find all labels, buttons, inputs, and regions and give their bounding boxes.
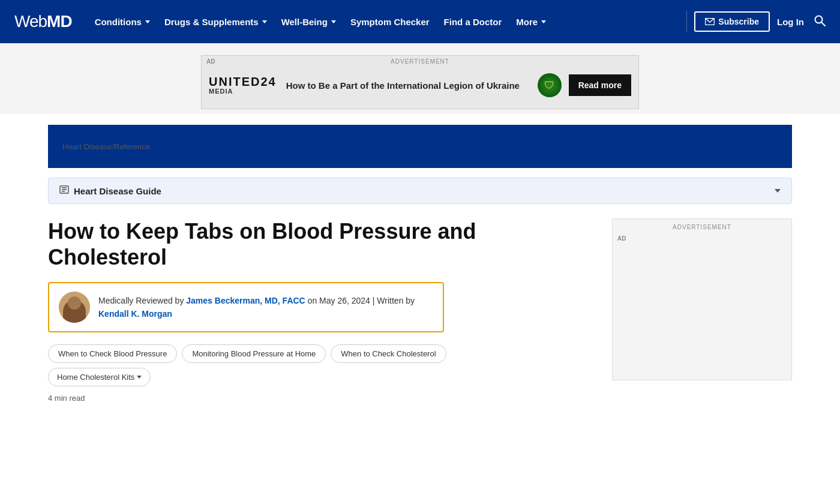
author-avatar xyxy=(59,292,90,323)
nav-symptom-checker[interactable]: Symptom Checker xyxy=(344,12,436,32)
topic-tags: When to Check Blood Pressure Monitoring … xyxy=(48,344,522,386)
nav-divider xyxy=(686,11,687,32)
login-button[interactable]: Log In xyxy=(777,17,804,27)
ad-logo-text: UNITED24 xyxy=(209,76,277,88)
tag-check-cholesterol[interactable]: When to Check Cholesterol xyxy=(331,344,446,363)
nav-actions: Subscribe Log In xyxy=(694,11,826,32)
read-time: 4 min read xyxy=(48,394,593,403)
review-date-text: on May 26, 2024 xyxy=(308,296,370,305)
read-more-button[interactable]: Read more xyxy=(569,74,631,96)
ad-body: How to Be a Part of the International Le… xyxy=(286,79,530,92)
search-icon[interactable] xyxy=(814,14,826,29)
author-box: Medically Reviewed by James Beckerman, M… xyxy=(48,282,444,332)
ad-top-area: AD ADVERTISEMENT UNITED24 MEDIA How to B… xyxy=(0,43,840,114)
sidebar-advertisement-label: ADVERTISEMENT xyxy=(617,224,787,230)
nav-items: Conditions Drugs & Supplements Well-Bein… xyxy=(89,12,680,32)
nav-conditions[interactable]: Conditions xyxy=(89,12,156,32)
article-title: How to Keep Tabs on Blood Pressure and C… xyxy=(48,218,522,270)
nav-drugs-supplements[interactable]: Drugs & Supplements xyxy=(158,12,273,32)
guide-bar[interactable]: Heart Disease Guide xyxy=(48,178,792,204)
article-area: How to Keep Tabs on Blood Pressure and C… xyxy=(0,204,840,403)
more-chevron xyxy=(541,20,546,23)
nav-wellbeing[interactable]: Well-Being xyxy=(275,12,342,32)
sidebar-ad: ADVERTISEMENT AD xyxy=(612,218,792,380)
guide-bar-chevron[interactable] xyxy=(775,189,781,193)
ad-body-text: How to Be a Part of the International Le… xyxy=(286,79,530,92)
written-by-text: Written by xyxy=(377,296,415,305)
ad-icon: 🛡 xyxy=(538,73,562,97)
guide-bar-label: Heart Disease Guide xyxy=(74,186,770,196)
medically-reviewed-by-text: Medically Reviewed by xyxy=(98,296,184,305)
ad-logo-sub: MEDIA xyxy=(209,88,277,95)
tag-blood-pressure[interactable]: When to Check Blood Pressure xyxy=(48,344,177,363)
tag-home-cholesterol[interactable]: Home Cholesterol Kits xyxy=(48,368,151,386)
reviewer-link[interactable]: James Beckerman, MD, FACC xyxy=(186,296,305,305)
tag-more-chevron xyxy=(137,376,142,379)
author-info: Medically Reviewed by James Beckerman, M… xyxy=(98,294,415,321)
author-link[interactable]: Kendall K. Morgan xyxy=(98,309,172,319)
nav-more[interactable]: More xyxy=(510,12,552,32)
article-sidebar: ADVERTISEMENT AD xyxy=(612,218,792,403)
tag-monitoring-bp[interactable]: Monitoring Blood Pressure at Home xyxy=(182,344,326,363)
breadcrumb: Heart Disease / Reference xyxy=(48,125,792,168)
sidebar-ad-label: AD xyxy=(617,235,787,242)
subscribe-button[interactable]: Subscribe xyxy=(694,11,770,32)
article-main: How to Keep Tabs on Blood Pressure and C… xyxy=(48,218,593,403)
ad-label: AD xyxy=(206,58,215,65)
ad-banner: AD ADVERTISEMENT UNITED24 MEDIA How to B… xyxy=(201,55,639,109)
logo-md: MD xyxy=(47,12,72,31)
svg-line-2 xyxy=(821,22,825,26)
drugs-chevron xyxy=(262,20,267,23)
nav-find-doctor[interactable]: Find a Doctor xyxy=(438,12,508,32)
conditions-chevron xyxy=(145,20,150,23)
logo-web: Web xyxy=(14,12,47,31)
wellbeing-chevron xyxy=(331,20,336,23)
mail-icon xyxy=(705,18,715,25)
guide-icon xyxy=(59,185,69,196)
breadcrumb-heart-disease[interactable]: Heart Disease xyxy=(62,142,112,151)
advertisement-label: ADVERTISEMENT xyxy=(391,58,449,65)
breadcrumb-reference: Reference xyxy=(114,142,150,151)
ad-logo: UNITED24 MEDIA xyxy=(209,76,277,95)
site-logo[interactable]: WebMD xyxy=(14,12,72,31)
breadcrumb-area: Heart Disease / Reference xyxy=(0,114,840,173)
